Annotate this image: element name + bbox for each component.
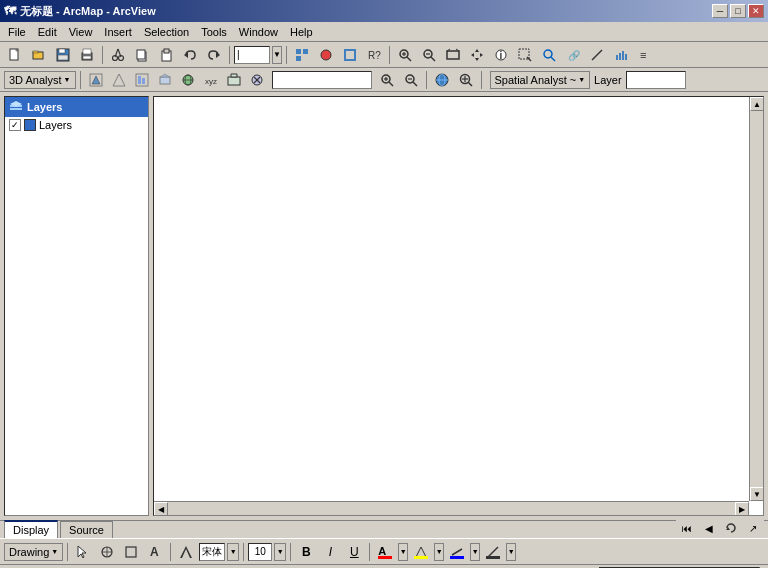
identify-button[interactable]: i [490,45,512,65]
font-dropdown-btn[interactable] [175,542,197,562]
font-color-arrow[interactable]: ▼ [398,543,408,561]
bold-button[interactable]: B [295,542,317,562]
vertical-scrollbar[interactable]: ▲ ▼ [749,97,763,501]
font-size-display[interactable]: 10 [248,543,272,561]
globe-button[interactable] [431,70,453,90]
scale-input[interactable]: | [234,46,270,64]
chart-button[interactable] [610,45,632,65]
nav-prev[interactable]: ◀ [698,518,720,538]
3d-analyst-dropdown[interactable]: 3D Analyst ▼ [4,71,76,89]
select-button[interactable] [514,45,536,65]
menu-edit[interactable]: Edit [32,24,63,40]
font-name-display[interactable]: 宋体 [199,543,225,561]
svg-rect-9 [83,56,91,59]
cut-button[interactable] [107,45,129,65]
nav-arrow[interactable]: ↗ [742,518,764,538]
t2-btn1[interactable] [85,70,107,90]
shadow-button[interactable] [482,542,504,562]
t2-btn7[interactable] [223,70,245,90]
t2-btn2[interactable] [108,70,130,90]
horizontal-scrollbar[interactable]: ◀ ▶ [154,501,749,515]
scroll-left-button[interactable]: ◀ [154,502,168,516]
draw-tool1[interactable] [96,542,118,562]
t2-zoomout[interactable] [400,70,422,90]
fill-color-arrow[interactable]: ▼ [434,543,444,561]
spatial-analyst-dropdown[interactable]: Spatial Analyst ~ ▼ [490,71,591,89]
t2-zoomin[interactable] [376,70,398,90]
tab-display[interactable]: Display [4,520,58,538]
cursor-tool[interactable] [72,542,94,562]
menu-help[interactable]: Help [284,24,319,40]
full-extent-button[interactable] [442,45,464,65]
t2-btn5[interactable] [177,70,199,90]
copy-button[interactable] [131,45,153,65]
menu-insert[interactable]: Insert [98,24,138,40]
nav-refresh[interactable] [720,518,742,538]
close-button[interactable]: ✕ [748,4,764,18]
t2-btn6[interactable]: xyz [200,70,222,90]
scale-dropdown-arrow[interactable]: ▼ [272,46,282,64]
fill-color-button[interactable] [410,542,432,562]
minimize-button[interactable]: ─ [712,4,728,18]
t2-btn3[interactable] [131,70,153,90]
line-color-arrow[interactable]: ▼ [470,543,480,561]
italic-button[interactable]: I [319,542,341,562]
save-button[interactable] [52,45,74,65]
open-button[interactable] [28,45,50,65]
line-color-button[interactable] [446,542,468,562]
pan-button[interactable] [466,45,488,65]
search-button[interactable] [538,45,560,65]
svg-rect-66 [228,77,240,85]
paste-button[interactable] [155,45,177,65]
underline-button[interactable]: U [343,542,365,562]
layer-checkbox[interactable]: ✓ [9,119,21,131]
measure-button[interactable] [586,45,608,65]
new-button[interactable] [4,45,26,65]
tool4[interactable]: R? [363,45,385,65]
svg-line-99 [488,547,498,557]
svg-rect-59 [142,78,145,84]
menu-view[interactable]: View [63,24,99,40]
drawing-dropdown[interactable]: Drawing ▼ [4,543,63,561]
svg-marker-39 [480,53,483,57]
svg-rect-3 [33,51,38,53]
redo-button[interactable] [203,45,225,65]
svg-line-27 [407,57,411,61]
title-label: 无标题 - ArcMap - ArcView [20,4,156,19]
tool1[interactable] [291,45,313,65]
t2-btn4[interactable] [154,70,176,90]
scroll-down-button[interactable]: ▼ [750,487,764,501]
undo-button[interactable] [179,45,201,65]
shadow-arrow[interactable]: ▼ [506,543,516,561]
zoom-out-button[interactable] [418,45,440,65]
menu-tools[interactable]: Tools [195,24,233,40]
tab-source[interactable]: Source [60,521,113,538]
t2-btn8[interactable] [246,70,268,90]
zoom-in-button[interactable] [394,45,416,65]
layer-input[interactable] [626,71,686,89]
scroll-right-button[interactable]: ▶ [735,502,749,516]
drawing-sep1 [67,543,68,561]
tool3[interactable] [339,45,361,65]
search2-button[interactable] [455,70,477,90]
svg-line-82 [468,82,472,86]
layer-name: Layers [39,119,72,131]
font-color-button[interactable]: A [374,542,396,562]
font-name-arrow[interactable]: ▼ [227,543,239,561]
text-tool[interactable]: A [144,542,166,562]
nav-first[interactable]: ⏮ [676,518,698,538]
font-size-arrow[interactable]: ▼ [274,543,286,561]
scroll-up-button[interactable]: ▲ [750,97,764,111]
drawing-sep4 [290,543,291,561]
menu-selection[interactable]: Selection [138,24,195,40]
tool2[interactable] [315,45,337,65]
menu-window[interactable]: Window [233,24,284,40]
report-button[interactable]: ≡ [634,45,656,65]
map-panel[interactable]: ▲ ▼ ◀ ▶ [153,96,764,516]
maximize-button[interactable]: □ [730,4,746,18]
menu-file[interactable]: File [2,24,32,40]
print-button[interactable] [76,45,98,65]
hyperlink-button[interactable]: 🔗 [562,45,584,65]
svg-marker-36 [475,49,479,52]
draw-tool2[interactable] [120,542,142,562]
